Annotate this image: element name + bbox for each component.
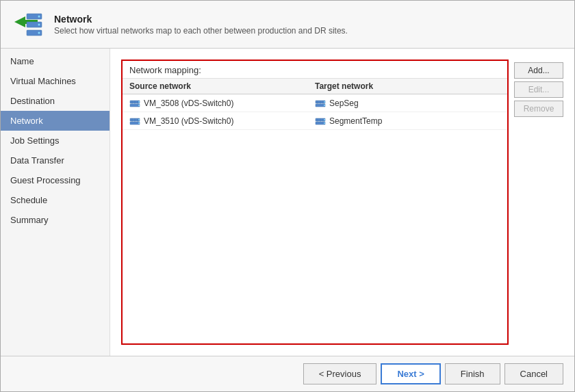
sidebar-item-job-settings[interactable]: Job Settings bbox=[1, 131, 110, 151]
col-target-header: Target network bbox=[315, 81, 500, 91]
source-name-1: VM_3510 (vDS-Switch0) bbox=[144, 116, 233, 126]
header-text: Network Select how virtual networks map … bbox=[54, 14, 348, 36]
dialog-window: Network Select how virtual networks map … bbox=[0, 0, 575, 392]
network-header-icon bbox=[12, 8, 44, 41]
svg-point-20 bbox=[324, 105, 325, 106]
cell-target-1: SegmentTemp bbox=[315, 116, 500, 127]
table-row[interactable]: VM_3508 (vDS-Switch0) bbox=[123, 94, 507, 112]
svg-point-5 bbox=[38, 23, 40, 25]
svg-point-6 bbox=[38, 31, 40, 34]
target-name-0: SepSeg bbox=[329, 99, 359, 108]
svg-point-27 bbox=[138, 122, 140, 124]
previous-button[interactable]: < Previous bbox=[303, 363, 377, 384]
sidebar-item-virtual-machines[interactable]: Virtual Machines bbox=[1, 71, 110, 91]
main-row: Network mapping: Source network Target n… bbox=[121, 60, 563, 345]
svg-point-33 bbox=[324, 119, 325, 120]
svg-point-26 bbox=[138, 119, 140, 120]
svg-rect-29 bbox=[316, 122, 325, 125]
dialog-footer: < Previous Next > Finish Cancel bbox=[1, 356, 574, 391]
sidebar-item-schedule[interactable]: Schedule bbox=[1, 190, 110, 210]
source-name-0: VM_3508 (vDS-Switch0) bbox=[144, 99, 233, 108]
svg-rect-8 bbox=[130, 104, 140, 107]
sidebar-item-data-transfer[interactable]: Data Transfer bbox=[1, 151, 110, 170]
main-content: Network mapping: Source network Target n… bbox=[110, 49, 574, 356]
network-switch-icon-target-1 bbox=[315, 116, 326, 127]
svg-point-34 bbox=[324, 122, 325, 124]
cell-source-0: VM_3508 (vDS-Switch0) bbox=[129, 98, 315, 109]
network-switch-icon-0 bbox=[129, 98, 140, 109]
dialog-title: Network bbox=[54, 14, 348, 25]
sidebar-item-destination[interactable]: Destination bbox=[1, 91, 110, 111]
sidebar: Name Virtual Machines Destination Networ… bbox=[1, 49, 110, 356]
network-switch-icon-target-0 bbox=[315, 98, 326, 109]
table-row[interactable]: VM_3510 (vDS-Switch0) bbox=[123, 112, 507, 130]
next-button[interactable]: Next > bbox=[381, 363, 440, 384]
col-source-header: Source network bbox=[129, 81, 315, 91]
sidebar-item-guest-processing[interactable]: Guest Processing bbox=[1, 170, 110, 190]
svg-rect-15 bbox=[316, 104, 325, 107]
svg-point-13 bbox=[138, 105, 140, 106]
dialog-body: Name Virtual Machines Destination Networ… bbox=[1, 49, 574, 356]
cell-target-0: SepSeg bbox=[315, 98, 500, 109]
svg-point-4 bbox=[38, 15, 40, 17]
dialog-header: Network Select how virtual networks map … bbox=[1, 1, 574, 49]
table-body: VM_3508 (vDS-Switch0) bbox=[123, 94, 507, 343]
target-name-1: SegmentTemp bbox=[329, 116, 382, 126]
svg-point-12 bbox=[138, 101, 140, 103]
action-buttons: Add... Edit... Remove bbox=[509, 60, 563, 345]
network-mapping-title: Network mapping: bbox=[123, 61, 507, 78]
network-table: Source network Target network bbox=[123, 78, 507, 343]
add-button[interactable]: Add... bbox=[514, 62, 563, 79]
finish-button[interactable]: Finish bbox=[445, 363, 500, 384]
edit-button[interactable]: Edit... bbox=[514, 81, 563, 98]
svg-point-19 bbox=[324, 101, 325, 103]
network-switch-icon-1 bbox=[129, 116, 140, 127]
sidebar-item-network[interactable]: Network bbox=[1, 111, 110, 131]
sidebar-item-name[interactable]: Name bbox=[1, 51, 110, 71]
cancel-button[interactable]: Cancel bbox=[504, 363, 563, 384]
table-header: Source network Target network bbox=[123, 79, 507, 94]
network-icon-svg bbox=[12, 8, 44, 41]
svg-rect-22 bbox=[130, 122, 140, 125]
remove-button[interactable]: Remove bbox=[514, 101, 563, 117]
dialog-subtitle: Select how virtual networks map to each … bbox=[54, 26, 348, 36]
sidebar-item-summary[interactable]: Summary bbox=[1, 210, 110, 230]
cell-source-1: VM_3510 (vDS-Switch0) bbox=[129, 116, 315, 127]
network-mapping-box: Network mapping: Source network Target n… bbox=[121, 60, 509, 345]
